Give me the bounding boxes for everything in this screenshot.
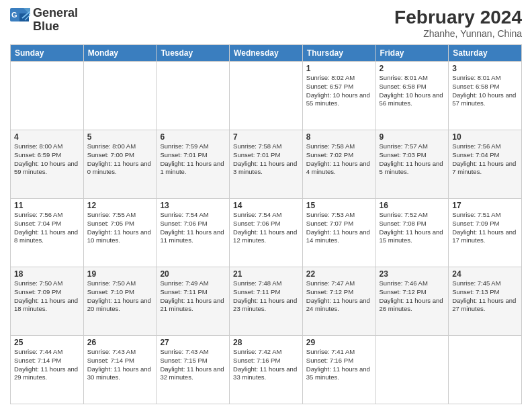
day-info: Sunrise: 8:00 AM Sunset: 7:00 PM Dayligh… [87,142,153,177]
day-info: Sunrise: 7:51 AM Sunset: 7:09 PM Dayligh… [452,211,518,245]
day-info: Sunrise: 7:49 AM Sunset: 7:11 PM Dayligh… [160,279,226,314]
day-info: Sunrise: 8:00 AM Sunset: 6:59 PM Dayligh… [14,142,80,177]
day-number: 27 [160,338,226,347]
day-number: 11 [14,201,80,210]
day-number: 13 [160,201,226,210]
day-number: 19 [87,269,153,279]
calendar-cell: 11Sunrise: 7:56 AM Sunset: 7:04 PM Dayli… [11,199,84,267]
calendar-week-row: 25Sunrise: 7:44 AM Sunset: 7:14 PM Dayli… [11,336,522,404]
day-number: 6 [160,132,226,142]
calendar-cell [375,336,449,404]
day-number: 17 [452,201,518,210]
day-info: Sunrise: 7:50 AM Sunset: 7:10 PM Dayligh… [87,279,153,314]
day-info: Sunrise: 7:46 AM Sunset: 7:12 PM Dayligh… [380,279,445,314]
calendar-cell: 28Sunrise: 7:42 AM Sunset: 7:16 PM Dayli… [230,336,303,404]
day-info: Sunrise: 7:54 AM Sunset: 7:06 PM Dayligh… [160,211,226,245]
day-info: Sunrise: 7:42 AM Sunset: 7:16 PM Dayligh… [233,348,299,382]
calendar-week-row: 1Sunrise: 8:02 AM Sunset: 6:57 PM Daylig… [11,62,522,130]
day-info: Sunrise: 7:59 AM Sunset: 7:01 PM Dayligh… [160,142,226,177]
day-header-tuesday: Tuesday [157,45,230,62]
day-number: 8 [306,132,372,142]
logo-text: General Blue [33,7,78,34]
calendar-cell: 27Sunrise: 7:43 AM Sunset: 7:15 PM Dayli… [157,336,230,404]
calendar-cell: 18Sunrise: 7:50 AM Sunset: 7:09 PM Dayli… [11,267,84,336]
day-number: 5 [87,132,153,142]
day-number: 29 [306,338,372,347]
day-header-saturday: Saturday [449,45,522,62]
calendar-cell: 2Sunrise: 8:01 AM Sunset: 6:58 PM Daylig… [375,62,449,130]
calendar-cell: 15Sunrise: 7:53 AM Sunset: 7:07 PM Dayli… [302,199,375,267]
day-number: 25 [14,338,80,347]
day-number: 4 [14,132,80,142]
calendar-week-row: 11Sunrise: 7:56 AM Sunset: 7:04 PM Dayli… [11,199,522,267]
day-number: 1 [306,64,372,73]
calendar-cell: 22Sunrise: 7:47 AM Sunset: 7:12 PM Dayli… [302,267,375,336]
location-subtitle: Zhanhe, Yunnan, China [394,28,522,39]
day-info: Sunrise: 8:01 AM Sunset: 6:58 PM Dayligh… [380,74,445,108]
day-number: 16 [380,201,445,210]
day-number: 26 [87,338,153,347]
day-header-thursday: Thursday [302,45,375,62]
day-number: 15 [306,201,372,210]
day-info: Sunrise: 7:58 AM Sunset: 7:02 PM Dayligh… [306,142,372,177]
day-header-monday: Monday [83,45,157,62]
logo-line2: Blue [33,20,78,34]
calendar-cell: 26Sunrise: 7:43 AM Sunset: 7:14 PM Dayli… [83,336,157,404]
calendar-cell: 25Sunrise: 7:44 AM Sunset: 7:14 PM Dayli… [11,336,84,404]
day-info: Sunrise: 7:54 AM Sunset: 7:06 PM Dayligh… [233,211,299,245]
calendar-cell: 19Sunrise: 7:50 AM Sunset: 7:10 PM Dayli… [83,267,157,336]
calendar-cell: 23Sunrise: 7:46 AM Sunset: 7:12 PM Dayli… [375,267,449,336]
calendar-cell: 13Sunrise: 7:54 AM Sunset: 7:06 PM Dayli… [157,199,230,267]
logo-line1: General [33,7,78,20]
day-number: 10 [452,132,518,142]
day-number: 3 [452,64,518,73]
day-number: 24 [452,269,518,279]
day-number: 22 [306,269,372,279]
calendar-cell: 16Sunrise: 7:52 AM Sunset: 7:08 PM Dayli… [375,199,449,267]
day-info: Sunrise: 7:47 AM Sunset: 7:12 PM Dayligh… [306,279,372,314]
calendar-cell: 12Sunrise: 7:55 AM Sunset: 7:05 PM Dayli… [83,199,157,267]
calendar-cell: 7Sunrise: 7:58 AM Sunset: 7:01 PM Daylig… [230,130,303,199]
calendar-table: SundayMondayTuesdayWednesdayThursdayFrid… [10,44,522,404]
calendar-cell: 10Sunrise: 7:56 AM Sunset: 7:04 PM Dayli… [449,130,522,199]
day-info: Sunrise: 7:48 AM Sunset: 7:11 PM Dayligh… [233,279,299,314]
day-info: Sunrise: 7:44 AM Sunset: 7:14 PM Dayligh… [14,348,80,382]
calendar-cell: 17Sunrise: 7:51 AM Sunset: 7:09 PM Dayli… [449,199,522,267]
calendar-cell: 1Sunrise: 8:02 AM Sunset: 6:57 PM Daylig… [302,62,375,130]
calendar-cell: 6Sunrise: 7:59 AM Sunset: 7:01 PM Daylig… [157,130,230,199]
day-info: Sunrise: 7:45 AM Sunset: 7:13 PM Dayligh… [452,279,518,314]
day-info: Sunrise: 8:02 AM Sunset: 6:57 PM Dayligh… [306,74,372,108]
day-number: 23 [380,269,445,279]
day-header-wednesday: Wednesday [230,45,303,62]
title-block: February 2024 Zhanhe, Yunnan, China [394,7,522,39]
day-info: Sunrise: 8:01 AM Sunset: 6:58 PM Dayligh… [452,74,518,108]
day-info: Sunrise: 7:58 AM Sunset: 7:01 PM Dayligh… [233,142,299,177]
calendar-cell: 14Sunrise: 7:54 AM Sunset: 7:06 PM Dayli… [230,199,303,267]
calendar-week-row: 18Sunrise: 7:50 AM Sunset: 7:09 PM Dayli… [11,267,522,336]
calendar-cell: 29Sunrise: 7:41 AM Sunset: 7:16 PM Dayli… [302,336,375,404]
calendar-cell [11,62,84,130]
day-number: 21 [233,269,299,279]
day-info: Sunrise: 7:43 AM Sunset: 7:14 PM Dayligh… [87,348,153,382]
calendar-header-row: SundayMondayTuesdayWednesdayThursdayFrid… [11,45,522,62]
day-header-friday: Friday [375,45,449,62]
page-header: G General Blue February 2024 Zhanhe, Yun… [10,7,522,39]
month-title: February 2024 [394,7,522,28]
day-info: Sunrise: 7:53 AM Sunset: 7:07 PM Dayligh… [306,211,372,245]
day-info: Sunrise: 7:50 AM Sunset: 7:09 PM Dayligh… [14,279,80,314]
logo: G General Blue [10,7,78,34]
calendar-cell: 8Sunrise: 7:58 AM Sunset: 7:02 PM Daylig… [302,130,375,199]
svg-text:G: G [11,11,17,19]
calendar-cell: 9Sunrise: 7:57 AM Sunset: 7:03 PM Daylig… [375,130,449,199]
day-number: 2 [380,64,445,73]
day-number: 28 [233,338,299,347]
calendar-cell: 21Sunrise: 7:48 AM Sunset: 7:11 PM Dayli… [230,267,303,336]
day-number: 9 [380,132,445,142]
calendar-cell: 24Sunrise: 7:45 AM Sunset: 7:13 PM Dayli… [449,267,522,336]
day-number: 18 [14,269,80,279]
calendar-cell [83,62,157,130]
day-info: Sunrise: 7:55 AM Sunset: 7:05 PM Dayligh… [87,211,153,245]
day-number: 7 [233,132,299,142]
day-info: Sunrise: 7:43 AM Sunset: 7:15 PM Dayligh… [160,348,226,382]
calendar-cell [449,336,522,404]
